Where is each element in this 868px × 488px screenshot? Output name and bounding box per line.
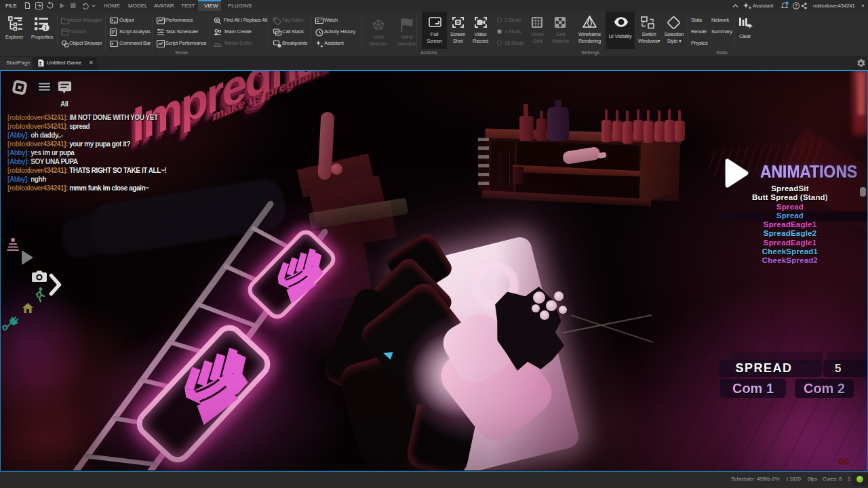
svg-text:?: ?	[795, 3, 798, 9]
svg-text:i: i	[45, 24, 46, 31]
